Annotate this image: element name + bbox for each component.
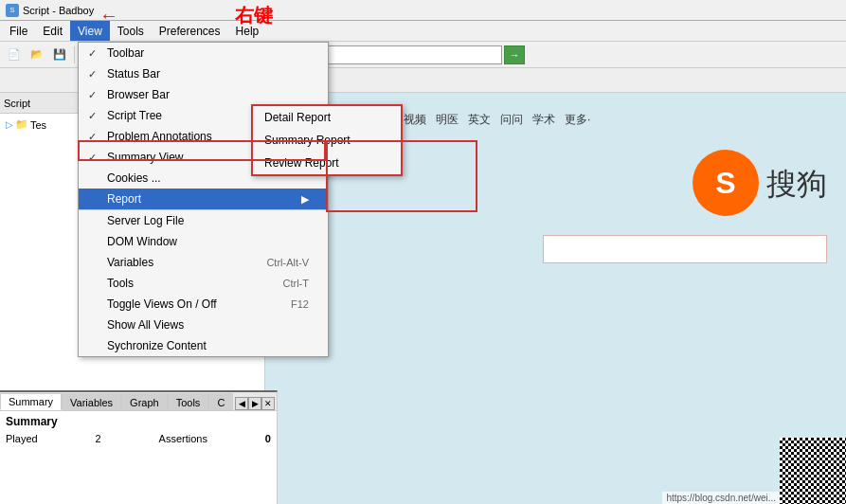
label-cookies: Cookies ...: [107, 171, 161, 185]
menu-item-dom[interactable]: ✓ DOM Window: [79, 231, 328, 252]
bottom-content-title: Summary: [6, 415, 271, 428]
menu-item-tools[interactable]: ✓ Tools Ctrl-T: [79, 273, 328, 294]
check-statusbar: ✓: [88, 68, 97, 81]
tab-nav: ◀ ▶ ✕: [235, 397, 275, 410]
menu-file[interactable]: File: [2, 21, 35, 41]
check-toolbar: ✓: [88, 47, 97, 60]
tab-prev[interactable]: ◀: [235, 397, 248, 410]
label-toggleviews: Toggle Views On / Off: [107, 297, 217, 311]
tab-next[interactable]: ▶: [248, 397, 261, 410]
tree-label-1: Tes: [30, 119, 46, 131]
qr-code: [780, 438, 846, 504]
menu-edit[interactable]: Edit: [35, 21, 70, 41]
sogou-area: S 搜狗: [543, 150, 827, 263]
menu-item-serverlog[interactable]: ✓ Server Log File: [79, 209, 328, 231]
menu-item-toggleviews[interactable]: ✓ Toggle Views On / Off F12: [79, 294, 328, 315]
menu-item-showallviews[interactable]: ✓ Show All Views: [79, 315, 328, 335]
label-syncontent: Sychronize Content: [107, 339, 207, 352]
submenu-detail-report[interactable]: Detail Report: [253, 106, 401, 129]
menu-item-variables[interactable]: ✓ Variables Ctrl-Alt-V: [79, 252, 328, 273]
menu-preferences[interactable]: Preferences: [152, 21, 228, 41]
nav-more[interactable]: 更多·: [565, 112, 590, 130]
label-serverlog: Server Log File: [107, 214, 184, 227]
menu-bar: File Edit View Tools Preferences Help: [0, 21, 846, 42]
bottom-row-1: Played 2 Assertions 0: [6, 432, 271, 445]
sogou-search-bar[interactable]: [543, 235, 827, 263]
label-scripttree: Script Tree: [107, 109, 162, 122]
bottom-panel: Summary Variables Graph Tools C ◀ ▶ ✕ Su…: [0, 390, 278, 504]
label-browserbar: Browser Bar: [107, 88, 170, 101]
tab-summary[interactable]: Summary: [0, 393, 62, 410]
shortcut-tools: Ctrl-T: [283, 278, 310, 289]
go-button[interactable]: →: [504, 45, 525, 64]
label-dom: DOM Window: [107, 235, 177, 248]
menu-item-report[interactable]: ✓ Report ▶: [79, 189, 328, 209]
check-scripttree: ✓: [88, 110, 97, 122]
label-showallviews: Show All Views: [107, 318, 184, 332]
tab-tools[interactable]: Tools: [168, 393, 209, 410]
tab-c[interactable]: C: [208, 393, 233, 410]
label-tools: Tools: [107, 277, 134, 290]
title-bar: S Script - Badboy: [0, 0, 846, 21]
menu-tools[interactable]: Tools: [110, 21, 152, 41]
tab-graph[interactable]: Graph: [121, 393, 168, 410]
separator-1: [74, 46, 75, 63]
save-btn[interactable]: 💾: [49, 45, 70, 65]
tab-close[interactable]: ✕: [261, 397, 275, 410]
nav-video[interactable]: 视频: [404, 112, 426, 130]
menu-view[interactable]: View: [70, 21, 110, 41]
nav-mingyi[interactable]: 明医: [436, 112, 459, 130]
sogou-logo-circle: S: [693, 150, 759, 216]
address-input[interactable]: [313, 45, 502, 64]
menu-help[interactable]: Help: [228, 21, 267, 41]
label-summaryview: Summary View: [107, 151, 183, 164]
submenu-review-report[interactable]: Review Report: [253, 152, 401, 174]
label-report: Report: [107, 192, 141, 206]
shortcut-toggleviews: F12: [291, 298, 309, 310]
view-dropdown: ✓ Toolbar ✓ Status Bar ✓ Browser Bar ✓ S…: [78, 42, 329, 357]
assertions-label: Assertions: [159, 433, 207, 444]
left-panel-title: Script: [4, 98, 30, 109]
label-problem: Problem Annotations: [107, 130, 212, 143]
tree-folder-icon: 📁: [15, 118, 28, 131]
bottom-tab-bar: Summary Variables Graph Tools C ◀ ▶ ✕: [0, 392, 277, 411]
report-submenu: Detail Report Summary Report Review Repo…: [251, 104, 403, 176]
new-btn[interactable]: 📄: [4, 45, 25, 65]
nav-wenda[interactable]: 问问: [500, 112, 523, 130]
played-value: 2: [96, 433, 101, 444]
menu-item-browserbar[interactable]: ✓ Browser Bar: [79, 84, 328, 105]
url-status-bar: https://blog.csdn.net/wei...: [662, 492, 780, 504]
assertions-value: 0: [265, 433, 271, 444]
submenu-summary-report[interactable]: Summary Report: [253, 129, 401, 152]
played-label: Played: [6, 433, 38, 444]
bottom-content: Summary Played 2 Assertions 0: [0, 411, 277, 449]
sogou-brand-text: 搜狗: [766, 164, 827, 206]
check-browserbar: ✓: [88, 89, 97, 101]
label-variables: Variables: [107, 256, 153, 269]
menu-item-syncontent[interactable]: ✓ Sychronize Content: [79, 335, 328, 356]
check-summaryview: ✓: [88, 152, 97, 164]
title-text: Script - Badboy: [23, 5, 94, 16]
label-toolbar: Toolbar: [107, 46, 144, 60]
open-btn[interactable]: 📂: [27, 45, 47, 65]
menu-item-toolbar[interactable]: ✓ Toolbar: [79, 43, 328, 63]
menu-item-statusbar[interactable]: ✓ Status Bar: [79, 63, 328, 84]
arrow-report: ▶: [301, 193, 309, 206]
label-statusbar: Status Bar: [107, 67, 160, 81]
shortcut-variables: Ctrl-Alt-V: [266, 257, 309, 268]
app-icon: S: [6, 4, 19, 17]
tree-expand-icon: ▷: [6, 119, 13, 130]
nav-english[interactable]: 英文: [468, 112, 491, 130]
tab-variables[interactable]: Variables: [62, 393, 121, 410]
check-problem: ✓: [88, 131, 97, 143]
nav-academic[interactable]: 学术: [532, 112, 555, 130]
